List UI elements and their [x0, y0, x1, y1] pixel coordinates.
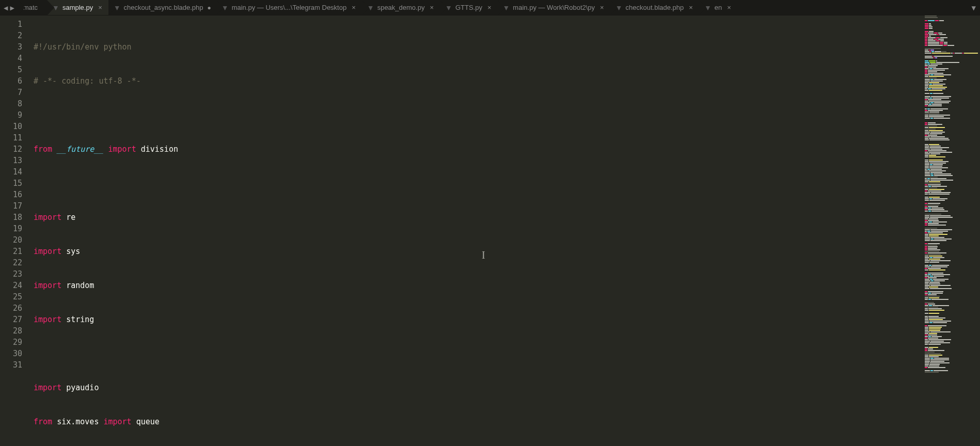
line-number[interactable]: 11 [0, 132, 22, 144]
tab-label: en [715, 4, 722, 11]
line-number[interactable]: 9 [0, 109, 22, 121]
file-tab[interactable]: ▼main.py — Users\...\Telegram Desktop× [216, 0, 362, 15]
line-number[interactable]: 7 [0, 87, 22, 98]
tab-nav-right-icon[interactable]: ▶ [9, 4, 15, 12]
editor-area: 1234567891011121314151617181920212223242… [0, 15, 980, 446]
tab-separator-icon: ▼ [52, 4, 59, 12]
line-number-gutter[interactable]: 1234567891011121314151617181920212223242… [0, 15, 28, 446]
tab-close-icon[interactable]: × [688, 4, 694, 11]
tab-separator-icon: ▼ [222, 4, 229, 12]
line-number[interactable]: 14 [0, 166, 22, 178]
tab-separator-icon: ▼ [503, 4, 510, 12]
line-number[interactable]: 30 [0, 348, 22, 359]
tab-nav-left-icon[interactable]: ◀ [3, 4, 9, 12]
file-tab[interactable]: ▼speak_demo.py× [362, 0, 440, 15]
tab-nav-arrows: ◀ ▶ [0, 4, 18, 12]
file-tab[interactable]: ▼checkout.blade.php× [610, 0, 699, 15]
line-number[interactable]: 25 [0, 291, 22, 302]
line-number[interactable]: 22 [0, 257, 22, 268]
tab-separator-icon: ▼ [445, 4, 452, 12]
tab-label: matc [23, 4, 38, 11]
line-number[interactable]: 13 [0, 155, 22, 166]
line-number[interactable]: 5 [0, 64, 22, 75]
line-number[interactable]: 2 [0, 30, 22, 41]
line-number[interactable]: 10 [0, 121, 22, 132]
line-number[interactable]: 24 [0, 280, 22, 291]
tab-close-icon[interactable]: × [351, 4, 357, 11]
tab-close-icon[interactable]: × [429, 4, 435, 11]
tab-separator-icon: ▼ [704, 4, 712, 12]
line-number[interactable]: 1 [0, 19, 22, 30]
mouse-text-cursor-icon: I [482, 249, 485, 261]
line-number[interactable]: 6 [0, 75, 22, 87]
code-editor[interactable]: #!/usr/bin/env python # -*- coding: utf-… [28, 15, 923, 446]
tab-bar: ◀ ▶ matc▼sample.py×▼checkout_async.blade… [0, 0, 980, 15]
tab-close-icon[interactable]: × [726, 4, 732, 11]
tab-dirty-icon: ● [208, 4, 211, 11]
tab-close-icon[interactable]: × [599, 4, 605, 11]
tab-label: main.py — Users\...\Telegram Desktop [232, 4, 347, 11]
line-number[interactable]: 17 [0, 200, 22, 212]
code-shebang: #!/usr/bin/env python [34, 42, 132, 52]
tab-overflow-icon[interactable]: ▼ [968, 4, 980, 12]
line-number[interactable]: 21 [0, 246, 22, 257]
line-number[interactable]: 23 [0, 268, 22, 280]
tab-separator-icon: ▼ [615, 4, 623, 12]
tab-label: GTTS.py [455, 4, 482, 11]
line-number[interactable]: 28 [0, 325, 22, 337]
line-number[interactable]: 29 [0, 337, 22, 348]
line-number[interactable]: 3 [0, 41, 22, 53]
line-number[interactable]: 26 [0, 302, 22, 314]
tab-close-icon[interactable]: × [97, 4, 103, 11]
line-number[interactable]: 27 [0, 314, 22, 325]
tab-label: checkout_async.blade.php [124, 4, 203, 11]
line-number[interactable]: 18 [0, 212, 22, 223]
tab-label: checkout.blade.php [626, 4, 684, 11]
file-tab[interactable]: ▼sample.py× [47, 0, 108, 15]
line-number[interactable]: 20 [0, 234, 22, 246]
file-tab[interactable]: ▼main.py — Work\Robot2\py× [498, 0, 610, 15]
file-tab[interactable]: ▼GTTS.py× [440, 0, 497, 15]
line-number[interactable]: 15 [0, 178, 22, 189]
minimap[interactable] [923, 15, 980, 446]
line-number[interactable]: 12 [0, 144, 22, 155]
line-number[interactable]: 4 [0, 53, 22, 64]
line-number[interactable]: 16 [0, 189, 22, 200]
file-tab[interactable]: ▼checkout_async.blade.php● [108, 0, 216, 15]
line-number[interactable]: 31 [0, 359, 22, 371]
file-tab[interactable]: ▼en× [699, 0, 737, 15]
file-tab[interactable]: matc [18, 0, 47, 15]
code-coding: # -*- coding: utf-8 -*- [34, 76, 141, 86]
tab-separator-icon: ▼ [114, 4, 121, 12]
line-number[interactable]: 19 [0, 223, 22, 234]
tab-close-icon[interactable]: × [486, 4, 493, 11]
tab-label: sample.py [62, 4, 93, 11]
tab-label: speak_demo.py [377, 4, 425, 11]
tab-separator-icon: ▼ [367, 4, 374, 12]
line-number[interactable]: 8 [0, 98, 22, 109]
tab-label: main.py — Work\Robot2\py [513, 4, 595, 11]
